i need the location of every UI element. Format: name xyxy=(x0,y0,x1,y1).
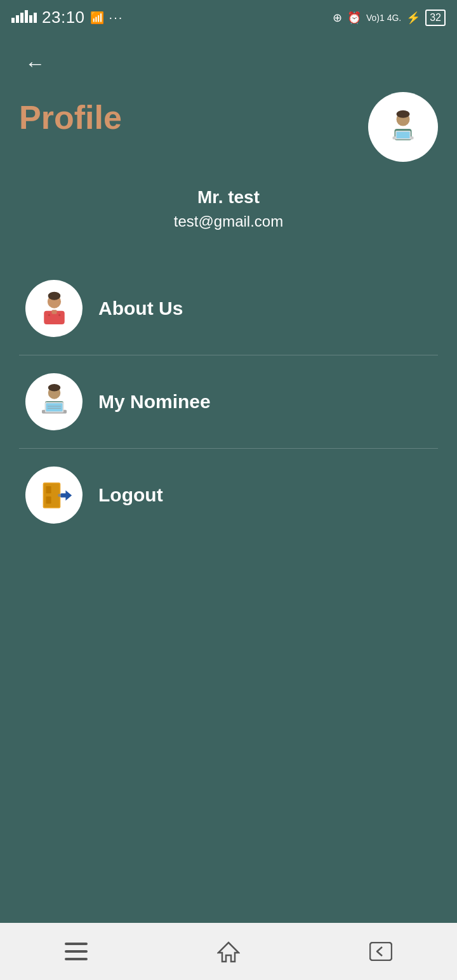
back-arrow-icon: ← xyxy=(25,52,45,76)
svg-rect-11 xyxy=(397,132,410,139)
svg-point-17 xyxy=(58,314,60,315)
svg-rect-28 xyxy=(46,486,51,493)
svg-point-19 xyxy=(48,384,60,391)
avatar[interactable] xyxy=(368,92,438,162)
about-us-icon-circle xyxy=(25,280,83,337)
user-info: Mr. test test@gmail.com xyxy=(19,187,438,230)
logout-icon-circle xyxy=(25,467,83,524)
svg-marker-36 xyxy=(218,943,239,962)
menu-list: About Us xyxy=(19,262,438,541)
svg-rect-35 xyxy=(65,958,88,960)
alarm-icon: ⏰ xyxy=(347,11,361,25)
svg-point-13 xyxy=(48,291,60,300)
signal-icon xyxy=(11,9,37,26)
menu-item-logout[interactable]: Logout xyxy=(19,449,438,541)
my-nominee-icon-circle xyxy=(25,373,83,430)
status-bar: 23:10 📶 ··· ⊕ ⏰ Vo)1 4G. ⚡ 32 xyxy=(0,0,457,35)
back-button[interactable]: ← xyxy=(19,48,51,79)
profile-title: Profile xyxy=(19,98,122,136)
svg-point-16 xyxy=(48,314,50,315)
nav-menu-button[interactable] xyxy=(65,943,88,960)
lightning-icon: ⚡ xyxy=(406,11,420,25)
nav-home-button[interactable] xyxy=(217,940,240,963)
svg-rect-0 xyxy=(11,18,15,23)
svg-point-32 xyxy=(58,494,61,497)
status-dots: ··· xyxy=(109,10,124,25)
svg-rect-4 xyxy=(29,15,32,23)
bluetooth-icon: ⊕ xyxy=(333,11,342,25)
status-time: 23:10 xyxy=(42,8,85,27)
status-bar-left: 23:10 📶 ··· xyxy=(11,8,123,27)
nav-back-button[interactable] xyxy=(369,942,392,961)
main-content: ← Profile Mr. test test@gmail.com xyxy=(0,35,457,923)
user-email: test@gmail.com xyxy=(19,213,438,230)
signal-wave-icon: 📶 xyxy=(90,11,104,25)
svg-rect-34 xyxy=(65,950,88,953)
svg-rect-2 xyxy=(20,13,23,23)
my-nominee-label: My Nominee xyxy=(98,391,211,413)
svg-rect-29 xyxy=(46,496,51,503)
logout-label: Logout xyxy=(98,484,163,506)
battery-indicator: 32 xyxy=(425,10,446,26)
status-bar-right: ⊕ ⏰ Vo)1 4G. ⚡ 32 xyxy=(333,10,446,26)
svg-rect-37 xyxy=(370,943,392,960)
svg-rect-15 xyxy=(51,310,56,314)
profile-section: Profile xyxy=(19,92,438,162)
svg-rect-3 xyxy=(25,10,28,23)
svg-rect-33 xyxy=(65,943,88,945)
svg-marker-31 xyxy=(65,490,72,500)
bottom-nav xyxy=(0,923,457,980)
menu-item-about-us[interactable]: About Us xyxy=(19,262,438,355)
svg-rect-1 xyxy=(16,15,19,23)
about-us-label: About Us xyxy=(98,298,183,319)
svg-rect-5 xyxy=(34,13,37,23)
user-name: Mr. test xyxy=(19,187,438,208)
svg-point-7 xyxy=(397,110,410,118)
menu-item-my-nominee[interactable]: My Nominee xyxy=(19,355,438,449)
lte-icon: Vo)1 4G. xyxy=(366,13,401,23)
svg-rect-23 xyxy=(46,403,62,411)
